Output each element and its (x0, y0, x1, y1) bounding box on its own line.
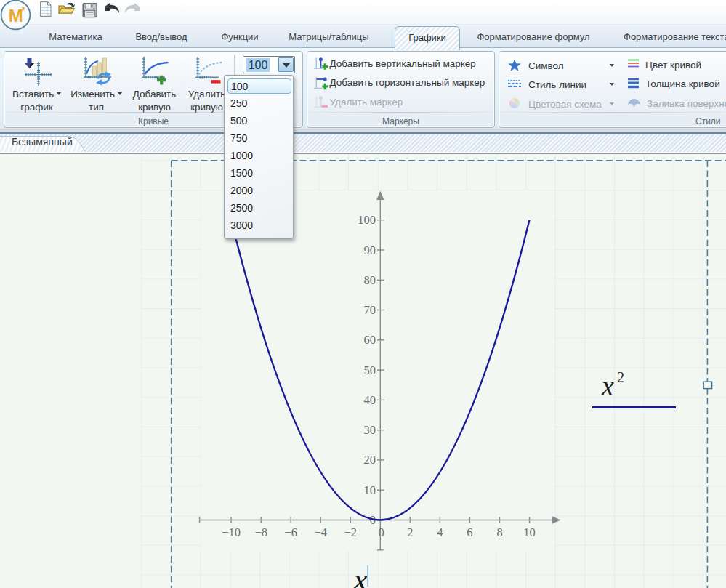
svg-text:50: 50 (364, 363, 376, 377)
svg-text:70: 70 (364, 303, 376, 317)
svg-text:0: 0 (378, 525, 384, 539)
svg-text:x: x (352, 562, 368, 588)
svg-text:60: 60 (364, 333, 376, 347)
svg-text:2: 2 (617, 369, 624, 385)
svg-text:2: 2 (407, 525, 413, 539)
svg-text:10: 10 (523, 525, 536, 539)
svg-text:4: 4 (437, 525, 443, 539)
svg-text:−6: −6 (284, 525, 297, 539)
svg-text:−10: −10 (222, 525, 241, 539)
svg-text:10: 10 (364, 483, 376, 497)
svg-text:8: 8 (496, 525, 502, 539)
svg-text:20: 20 (364, 453, 376, 467)
svg-text:80: 80 (364, 273, 376, 287)
svg-text:100: 100 (358, 213, 376, 227)
svg-text:−4: −4 (314, 525, 327, 539)
svg-text:x: x (601, 371, 614, 401)
svg-text:M: M (9, 6, 23, 25)
svg-text:40: 40 (364, 393, 376, 407)
svg-text:30: 30 (364, 423, 376, 437)
svg-text:6: 6 (467, 525, 472, 539)
svg-text:90: 90 (364, 243, 376, 257)
svg-text:−8: −8 (254, 525, 267, 539)
svg-text:−2: −2 (344, 525, 358, 539)
